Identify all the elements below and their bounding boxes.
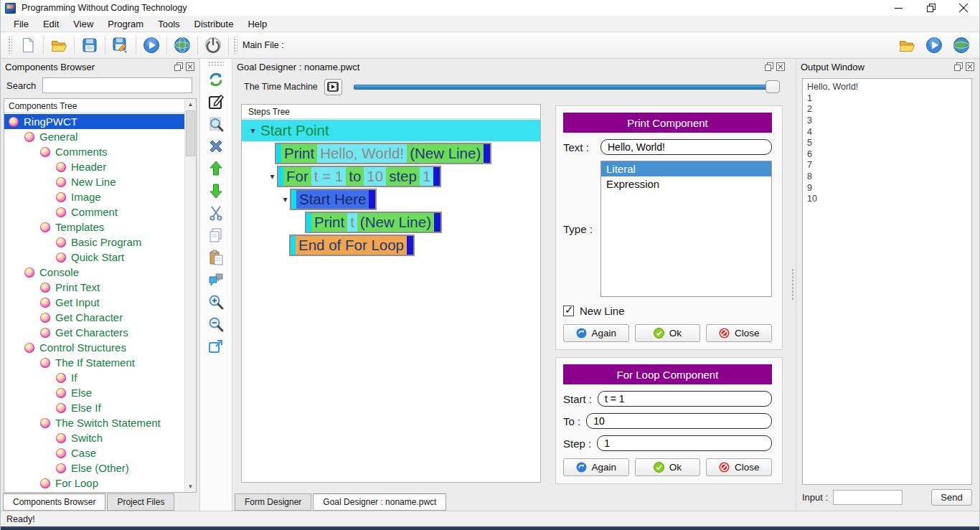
tab-project-files[interactable]: Project Files bbox=[107, 493, 174, 511]
step-start-point[interactable]: ▾Start Point bbox=[242, 120, 540, 141]
step-box[interactable]: Fort = 1to10step1 bbox=[277, 166, 441, 187]
step-box[interactable]: End of For Loop bbox=[289, 235, 415, 256]
tree-item[interactable]: Comments bbox=[4, 144, 196, 159]
step-box[interactable]: PrintHello, World!(New Line) bbox=[275, 143, 491, 164]
toolbar-grip[interactable] bbox=[7, 37, 12, 54]
time-machine-slider[interactable] bbox=[354, 80, 780, 93]
time-machine-play-button[interactable] bbox=[324, 79, 342, 95]
console-input-field[interactable] bbox=[833, 490, 903, 505]
slider-track[interactable] bbox=[354, 85, 780, 90]
menu-help[interactable]: Help bbox=[240, 17, 274, 31]
save-as-button[interactable] bbox=[107, 34, 134, 57]
tree-item[interactable]: Print Text bbox=[4, 280, 196, 295]
minimize-button[interactable] bbox=[882, 0, 915, 16]
zoom-out-icon[interactable] bbox=[204, 313, 227, 334]
menu-program[interactable]: Program bbox=[100, 17, 151, 31]
scroll-up-icon[interactable]: ▲ bbox=[185, 99, 196, 110]
search-input[interactable] bbox=[42, 77, 192, 93]
tree-item[interactable]: Switch bbox=[4, 430, 196, 445]
for-to-input[interactable] bbox=[586, 413, 772, 429]
tree-item[interactable]: Comment bbox=[4, 204, 196, 219]
edit-step-icon[interactable] bbox=[204, 91, 227, 112]
scroll-down-icon[interactable]: ▼ bbox=[185, 481, 196, 492]
tree-item[interactable]: New Line bbox=[4, 174, 196, 189]
float-panel-icon[interactable] bbox=[764, 62, 774, 72]
globe-button-right[interactable] bbox=[948, 34, 975, 57]
expander-icon[interactable]: ▾ bbox=[268, 171, 277, 181]
paste-icon[interactable] bbox=[204, 247, 227, 268]
tree-item[interactable]: Basic Program bbox=[4, 235, 196, 250]
restore-button[interactable] bbox=[915, 0, 947, 16]
move-down-icon[interactable] bbox=[204, 180, 227, 201]
tree-item[interactable]: Else (Other) bbox=[4, 460, 196, 475]
menu-file[interactable]: File bbox=[6, 17, 36, 31]
tree-item[interactable]: Get Characters bbox=[4, 325, 196, 340]
tab-form-designer[interactable]: Form Designer bbox=[235, 493, 311, 511]
close-panel-icon[interactable] bbox=[185, 62, 195, 72]
tab-goal-designer-noname-pwct[interactable]: Goal Designer : noname.pwct bbox=[313, 493, 446, 511]
refresh-icon[interactable] bbox=[204, 69, 227, 90]
type-listbox[interactable]: LiteralExpression bbox=[600, 161, 772, 297]
slider-handle[interactable] bbox=[765, 80, 780, 93]
forloop-again-button[interactable]: Again bbox=[563, 458, 629, 476]
float-panel-icon[interactable] bbox=[174, 62, 184, 72]
dock-splitter[interactable] bbox=[790, 59, 796, 511]
tree-item[interactable]: General bbox=[4, 129, 196, 144]
find-step-icon[interactable] bbox=[204, 113, 227, 134]
detach-window-icon[interactable] bbox=[204, 336, 227, 356]
send-button[interactable]: Send bbox=[931, 489, 972, 506]
output-text-area[interactable]: Hello, World!12345678910 bbox=[802, 78, 972, 485]
expander-icon[interactable]: ▾ bbox=[248, 126, 258, 136]
print-close-button[interactable]: Close bbox=[706, 324, 772, 342]
for-start-input[interactable] bbox=[598, 391, 772, 407]
menu-view[interactable]: View bbox=[66, 17, 100, 31]
comments-icon[interactable] bbox=[204, 269, 227, 290]
print-text-input[interactable] bbox=[600, 139, 772, 155]
tree-item[interactable]: RingPWCT bbox=[4, 114, 196, 129]
expander-icon[interactable]: ▾ bbox=[281, 194, 290, 204]
close-panel-icon[interactable] bbox=[776, 62, 786, 72]
zoom-in-icon[interactable] bbox=[204, 291, 227, 312]
type-option[interactable]: Literal bbox=[601, 161, 771, 176]
open-file-button[interactable] bbox=[45, 34, 72, 57]
tree-item[interactable]: The If Statement bbox=[4, 355, 196, 370]
float-panel-icon[interactable] bbox=[953, 62, 963, 72]
tree-item[interactable]: Quick Start bbox=[4, 250, 196, 265]
menu-distribute[interactable]: Distribute bbox=[187, 17, 241, 31]
tree-item[interactable]: Else bbox=[4, 385, 196, 400]
print-ok-button[interactable]: Ok bbox=[635, 324, 701, 342]
tree-item[interactable]: The Switch Statement bbox=[4, 415, 196, 430]
tree-item[interactable]: Get Character bbox=[4, 310, 196, 325]
tree-item[interactable]: For Loop bbox=[4, 475, 196, 491]
tree-scrollbar[interactable]: ▲ ▼ bbox=[184, 99, 196, 492]
tree-item[interactable]: Header bbox=[4, 159, 196, 174]
delete-step-icon[interactable] bbox=[204, 136, 227, 156]
menu-edit[interactable]: Edit bbox=[36, 17, 66, 31]
run-button-right[interactable] bbox=[920, 34, 948, 57]
new-file-button[interactable] bbox=[14, 34, 42, 57]
power-button[interactable] bbox=[199, 34, 227, 57]
tree-item[interactable]: Templates bbox=[4, 219, 196, 235]
distribute-globe-button[interactable] bbox=[169, 34, 196, 57]
save-button[interactable] bbox=[76, 34, 103, 57]
tree-item[interactable]: Else If bbox=[4, 400, 196, 415]
toolbar-grip[interactable] bbox=[208, 61, 224, 66]
tree-item[interactable]: Get Input bbox=[4, 295, 196, 310]
move-up-icon[interactable] bbox=[204, 158, 227, 179]
close-panel-icon[interactable] bbox=[965, 62, 975, 72]
copy-icon[interactable] bbox=[204, 224, 227, 245]
type-option[interactable]: Expression bbox=[601, 176, 771, 191]
tree-item[interactable]: If bbox=[4, 370, 196, 385]
forloop-close-button[interactable]: Close bbox=[706, 458, 772, 476]
close-button[interactable] bbox=[947, 0, 979, 16]
print-again-button[interactable]: Again bbox=[563, 324, 629, 342]
tree-item[interactable]: Case bbox=[4, 445, 196, 460]
step-box[interactable]: Start Here bbox=[290, 189, 377, 210]
open-file-button-right[interactable] bbox=[893, 34, 920, 57]
menu-tools[interactable]: Tools bbox=[151, 17, 187, 31]
cut-icon[interactable] bbox=[204, 202, 227, 223]
step-box[interactable]: Printt(New Line) bbox=[305, 212, 442, 233]
for-step-input[interactable] bbox=[597, 435, 772, 451]
tree-item[interactable]: Console bbox=[4, 265, 196, 280]
tree-item[interactable]: Control Structures bbox=[4, 340, 196, 355]
